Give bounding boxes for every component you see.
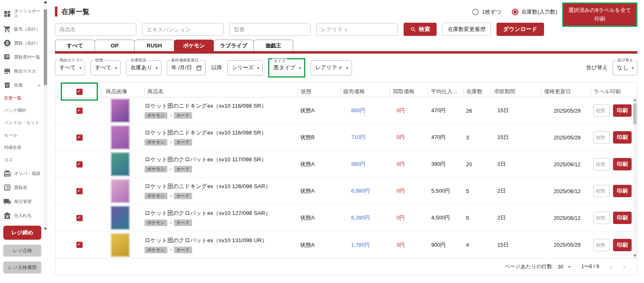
print-button[interactable]: 印刷 [613,212,632,224]
product-image [111,99,130,123]
table-scrollbar-thumb[interactable] [633,103,637,125]
sidebar-item-inventory[interactable]: 在庫 [3,81,42,89]
row-checkbox[interactable] [76,188,83,194]
sidebar-subitem-pack-open[interactable]: パック開封 [4,108,42,113]
tab-yugioh[interactable]: 遊戯王 [253,40,293,51]
lucky-bag-icon [3,170,11,177]
sort-select[interactable]: 並び替え なし [613,60,637,75]
sidebar-subitem-inventory-list[interactable]: 在庫一覧 [4,95,42,101]
category-tag: ポケモン [145,219,167,226]
stock-change-history-button[interactable]: 在庫数変更履歴 [442,23,491,36]
sidebar-subitem-sale[interactable]: セール [4,132,42,138]
row-checkbox[interactable] [76,161,83,167]
label-qty-input[interactable] [593,104,610,117]
radio-icon-unselected[interactable] [472,9,479,15]
stock-count-cell: 26 [463,108,491,114]
calendar-icon[interactable] [192,65,202,71]
sidebar-subitem-loss[interactable]: ロス [4,157,42,163]
product-image-cell [103,179,145,203]
buy-price-link[interactable]: 0円 [390,214,428,222]
sidebar-item-order-management[interactable]: 発注管理 [3,198,42,205]
type-tag: カード [174,193,192,199]
table-row: ロケット団のニドキングex（sv10 126/098 SAR） ポケモン > カ… [55,178,637,205]
print-button[interactable]: 印刷 [613,185,632,197]
buy-price-link[interactable]: 0円 [390,160,428,168]
expansion-input[interactable] [142,23,223,36]
print-button[interactable]: 印刷 [613,239,632,251]
sidebar-item-dashboard[interactable]: ダッシュボード [3,8,42,19]
radio-icon-selected[interactable] [512,9,518,15]
register-check-button[interactable]: レジ点検 [3,245,41,257]
series-filter-select[interactable]: シリーズ [227,60,263,75]
buy-price-link[interactable]: 0円 [390,134,428,141]
sell-price-link[interactable]: 980円 [340,160,390,168]
sidebar-item-oripa[interactable]: オリパ・福袋 [3,170,42,177]
tab-pokemon[interactable]: ポケモン [174,40,214,51]
next-page-button[interactable] [623,263,625,271]
type-filter-select[interactable]: タイプ 悪タイプ [269,59,304,76]
sidebar-item-purchase-list[interactable]: 買取受付一覧 [3,53,42,61]
row-checkbox-cell [55,188,103,194]
tab-rush[interactable]: RUSH [134,40,174,51]
stock-status-filter-select[interactable]: 在庫状況 在庫あり [126,60,162,75]
scroll-up-icon[interactable] [633,99,637,101]
sidebar-item-label: 在庫 [14,83,23,88]
sidebar-item-purchase[interactable]: S 買取（会計） [3,39,42,47]
rows-per-page-select[interactable]: 30 [558,264,570,270]
tab-op[interactable]: OP [95,40,135,51]
sidebar-item-supplier[interactable]: M 仕入れ先 [3,212,42,219]
sidebar-subitem-special-stock[interactable]: 特価在庫 [4,145,42,151]
sell-price-link[interactable]: 1,780円 [340,241,390,249]
print-all-selected-labels-button[interactable]: 選択済みの6ラベルを全て印刷 [563,4,636,26]
stock-count-cell: 3 [463,134,491,141]
sidebar-item-sales[interactable]: 販売（会計） [3,25,42,33]
sidebar-item-product-master[interactable]: 商品マスタ [3,67,42,75]
condition-filter-select[interactable]: 状態 すべて [90,60,121,75]
sidebar-item-purchase-table[interactable]: 買取表 [3,184,42,191]
column-header-label-print: ラベル印刷 [591,87,637,96]
scroll-down-icon[interactable] [44,228,47,230]
tab-all[interactable]: すべて [55,40,95,51]
label-qty-input[interactable] [593,131,610,144]
register-close-button[interactable]: レジ締め [3,226,41,240]
download-button[interactable]: ダウンロード [497,23,544,36]
store-icon [3,67,11,75]
category-filter-select[interactable]: 商品カテゴリ すべて [55,60,85,75]
sidebar-subitem-bundle-set[interactable]: バンドル・セット [4,120,42,126]
tab-lovelive[interactable]: ラブライブ [214,40,254,51]
rarity-input[interactable] [316,23,398,36]
product-name-input[interactable] [55,23,136,36]
scroll-down-icon[interactable] [633,255,637,257]
sell-price-link[interactable]: 6,280円 [340,214,390,222]
sell-price-link[interactable]: 880円 [340,107,390,114]
sidebar-scrollbar-thumb[interactable] [44,9,47,85]
select-all-checkbox[interactable] [76,89,83,95]
row-checkbox[interactable] [76,134,83,141]
search-button[interactable]: 検索 [404,23,437,36]
print-button[interactable]: 印刷 [613,158,632,170]
row-checkbox[interactable] [76,242,83,248]
last-price-update-date-input[interactable]: 最終価格更新日 年 /月/日 [167,60,206,75]
row-checkbox[interactable] [76,215,83,221]
register-check-history-button[interactable]: レジ点検履歴 [3,262,41,274]
print-button[interactable]: 印刷 [613,104,632,117]
supplier-icon: M [3,212,11,219]
row-checkbox[interactable] [76,108,83,114]
label-qty-input[interactable] [593,185,610,197]
sell-price-link[interactable]: 710円 [340,134,390,141]
radio-option-stock-count[interactable]: 在庫数(入力数) [512,8,557,16]
model-number-input[interactable] [229,23,311,36]
scroll-up-icon[interactable] [44,1,47,3]
buy-price-link[interactable]: 0円 [390,187,428,195]
sell-price-link[interactable]: 6,980円 [340,187,390,195]
radio-option-single[interactable]: 1枚ずつ [472,8,501,16]
print-button[interactable]: 印刷 [613,131,632,144]
label-qty-input[interactable] [593,158,610,170]
buy-price-link[interactable]: 0円 [390,107,428,114]
label-qty-input[interactable] [593,239,610,251]
rarity-filter-select[interactable]: レアリティ [311,60,352,75]
table-row: ロケット団のニドキングex（sv10 116/098 SR） ポケモン > カー… [55,97,637,124]
prev-page-button[interactable] [610,263,613,271]
buy-price-link[interactable]: 0円 [390,241,428,249]
label-qty-input[interactable] [593,212,610,224]
